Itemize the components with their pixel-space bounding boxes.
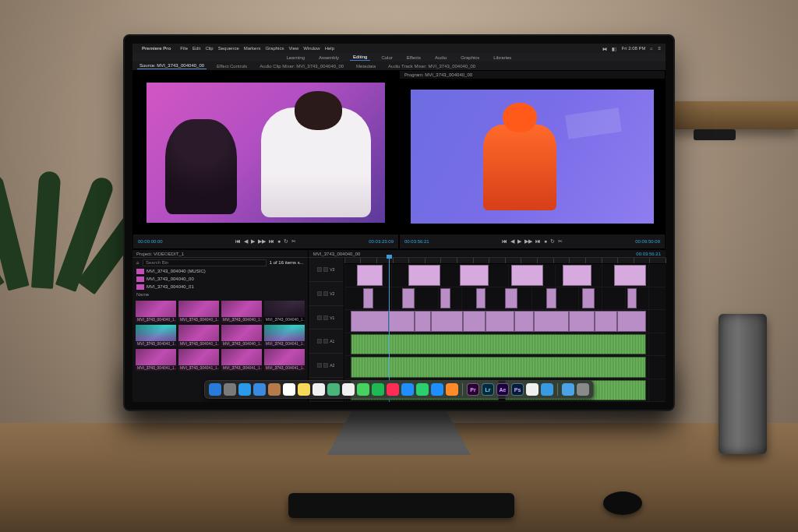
transport-button-4[interactable]: ⏭	[269, 238, 274, 245]
source-tab-0[interactable]: Source: MVI_3743_004040_00	[137, 62, 207, 69]
video-clip[interactable]	[614, 265, 646, 286]
source-monitor-frame[interactable]	[133, 71, 398, 234]
video-clip[interactable]	[389, 311, 415, 332]
dock-safari-icon[interactable]	[238, 383, 251, 396]
source-tab-1[interactable]: Effect Controls	[214, 63, 249, 69]
transport-button-0[interactable]: ⏮	[502, 238, 507, 245]
transport-button-5[interactable]: ●	[277, 238, 281, 245]
timeline-ruler[interactable]	[344, 258, 666, 264]
workspace-tab-effects[interactable]: Effects	[404, 55, 424, 61]
project-sort-label[interactable]: Name	[136, 292, 149, 297]
dock-maps-icon[interactable]	[327, 383, 340, 396]
project-list-item[interactable]: MVI_3743_004040_00	[132, 275, 308, 283]
transport-button-1[interactable]: ◀	[244, 238, 248, 245]
video-clip[interactable]	[402, 288, 415, 309]
transport-button-2[interactable]: ▶	[251, 238, 255, 245]
video-clip[interactable]	[440, 288, 450, 309]
project-list-item[interactable]: MVI_3743_004040_01	[132, 283, 308, 291]
transport-button-2[interactable]: ▶	[517, 238, 521, 245]
video-clip[interactable]	[546, 288, 556, 309]
mute-toggle-icon[interactable]	[317, 363, 322, 368]
video-clip[interactable]	[511, 265, 543, 286]
track-a1[interactable]	[344, 333, 666, 357]
track-v2[interactable]	[344, 287, 666, 311]
solo-toggle-icon[interactable]	[323, 267, 328, 272]
solo-toggle-icon[interactable]	[323, 315, 328, 320]
dock-reminders-icon[interactable]	[312, 383, 325, 396]
source-transport[interactable]: ⏮◀▶▶▶⏭●↻✂	[235, 238, 296, 245]
source-tab-4[interactable]: Audio Track Mixer: MVI_3743_004040_00	[386, 63, 478, 69]
project-thumb[interactable]: MVI_3743_004041_1...	[178, 349, 219, 371]
video-clip[interactable]	[408, 265, 440, 286]
timeline-playhead-timecode[interactable]: 00:03:56:21	[636, 252, 661, 256]
workspace-tab-editing[interactable]: Editing	[350, 54, 370, 61]
wifi-icon[interactable]: ⧓	[602, 46, 607, 51]
dock-photos-icon[interactable]	[342, 383, 355, 396]
solo-toggle-icon[interactable]	[323, 339, 328, 344]
video-clip[interactable]	[505, 288, 517, 309]
menu-view[interactable]: View	[288, 46, 298, 51]
transport-button-1[interactable]: ◀	[510, 238, 514, 245]
track-header-v2[interactable]: V2	[309, 282, 344, 306]
dock-lightroom-icon[interactable]: Lr	[482, 383, 494, 396]
transport-button-0[interactable]: ⏮	[235, 238, 241, 245]
source-tab-3[interactable]: Metadata	[354, 63, 378, 69]
dock-appstore-icon[interactable]	[401, 383, 414, 396]
dock-aftereffects-icon[interactable]: Ae	[496, 383, 509, 396]
project-thumb[interactable]: MVI_3743_004041_1...	[264, 325, 305, 347]
transport-button-4[interactable]: ⏭	[535, 238, 541, 245]
menu-file[interactable]: File	[180, 46, 188, 51]
dock-pages-icon[interactable]	[446, 383, 458, 396]
track-v3[interactable]	[344, 264, 666, 287]
macos-dock[interactable]: PrLrAePs	[204, 380, 594, 399]
dock-finder-icon[interactable]	[209, 383, 221, 396]
workspace-tab-audio[interactable]: Audio	[432, 55, 450, 61]
video-clip[interactable]	[617, 311, 646, 332]
transport-button-7[interactable]: ✂	[558, 238, 563, 245]
workspace-tabs[interactable]: LearningAssemblyEditingColorEffectsAudio…	[132, 53, 666, 62]
project-thumb[interactable]: MVI_3743_004040_1...	[136, 301, 176, 322]
dock-trash-icon[interactable]	[577, 383, 589, 396]
dock-photoshop-icon[interactable]: Ps	[511, 383, 524, 396]
macos-menubar[interactable]: Premiere Pro FileEditClipSequenceMarkers…	[132, 44, 666, 53]
video-clip[interactable]	[534, 311, 569, 332]
program-timecode-right[interactable]: 00:09:50:09	[635, 239, 660, 244]
transport-button-6[interactable]: ↻	[550, 238, 555, 245]
video-clip[interactable]	[595, 311, 617, 332]
video-clip[interactable]	[514, 311, 534, 332]
project-thumb[interactable]: MVI_3743_004040_1...	[221, 301, 262, 322]
transport-button-3[interactable]: ▶▶	[524, 238, 532, 245]
project-thumb[interactable]: MVI_3743_004040_1...	[178, 325, 219, 347]
track-v1[interactable]	[344, 310, 666, 333]
video-clip[interactable]	[569, 311, 595, 332]
video-clip[interactable]	[460, 265, 489, 286]
video-clip[interactable]	[486, 311, 514, 332]
transport-button-6[interactable]: ↻	[284, 238, 288, 245]
solo-toggle-icon[interactable]	[323, 363, 328, 368]
dock-mail-icon[interactable]	[253, 383, 266, 396]
app-name[interactable]: Premiere Pro	[142, 46, 171, 51]
menu-graphics[interactable]: Graphics	[265, 46, 284, 51]
video-clip[interactable]	[351, 311, 389, 332]
project-thumb[interactable]: MVI_3743_004041_1...	[264, 349, 305, 371]
source-tab-2[interactable]: Audio Clip Mixer: MVI_3743_004040_00	[257, 63, 346, 69]
mute-toggle-icon[interactable]	[317, 291, 322, 296]
track-header-v1[interactable]: V1	[309, 306, 344, 330]
workspace-tab-learning[interactable]: Learning	[284, 55, 308, 61]
video-clip[interactable]	[415, 311, 431, 332]
menubar-clock[interactable]: Fri 2:08 PM	[621, 46, 645, 51]
workspace-tab-graphics[interactable]: Graphics	[457, 55, 482, 61]
menu-sequence[interactable]: Sequence	[218, 46, 239, 51]
transport-button-5[interactable]: ●	[544, 238, 547, 245]
dock-folder-icon[interactable]	[562, 383, 574, 396]
program-monitor-frame[interactable]	[400, 79, 665, 234]
video-clip[interactable]	[363, 288, 373, 309]
video-clip[interactable]	[582, 288, 595, 309]
transport-button-7[interactable]: ✂	[291, 238, 296, 245]
program-timecode-left[interactable]: 00:03:56:21	[404, 239, 429, 244]
menu-edit[interactable]: Edit	[192, 46, 200, 51]
project-panel-title[interactable]: Project: VIDEOEDIT_1	[132, 250, 308, 258]
timeline-header[interactable]: MVI_3743_004040_00 00:03:56:21	[309, 250, 666, 258]
project-thumb[interactable]: MVI_3743_004041_1...	[136, 349, 176, 371]
transport-button-3[interactable]: ▶▶	[258, 238, 266, 245]
